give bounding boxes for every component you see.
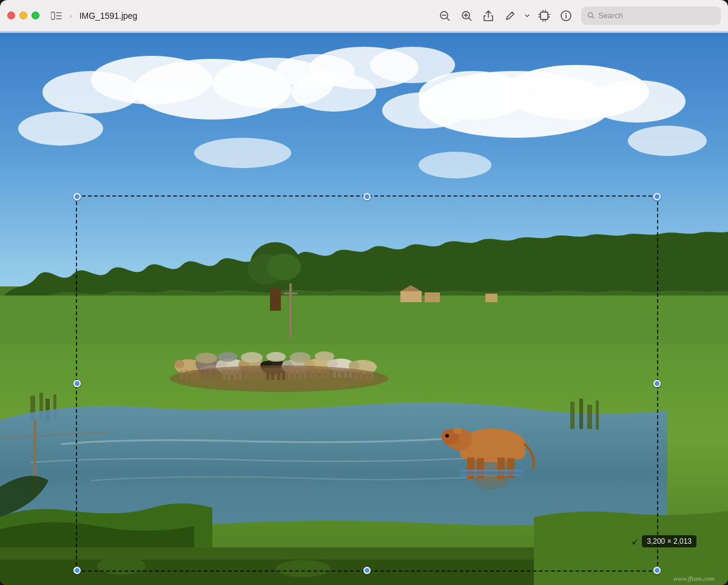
svg-point-56 [175,360,184,368]
svg-point-35 [419,152,491,178]
svg-rect-44 [284,292,297,294]
svg-point-117 [290,352,311,363]
svg-rect-47 [425,292,440,302]
svg-point-120 [182,368,376,390]
svg-line-6 [447,18,450,21]
svg-line-10 [469,18,471,21]
svg-point-23 [382,92,467,129]
svg-rect-48 [485,294,497,302]
maximize-button[interactable] [32,12,39,19]
svg-rect-45 [400,291,422,302]
info-button[interactable] [556,7,576,25]
window-title: IMG_1591.jpeg [79,11,430,21]
svg-point-30 [370,47,455,83]
svg-point-113 [195,353,217,364]
titlebar: › IMG_1591.jpeg [0,0,728,32]
draw-dropdown-button[interactable] [522,7,533,25]
chevron-icon: › [70,12,72,19]
handle-bot-right[interactable] [653,567,661,574]
svg-point-118 [315,351,334,361]
draw-button[interactable] [500,7,521,25]
svg-point-136 [445,434,449,438]
svg-point-34 [194,138,291,168]
svg-rect-141 [596,401,599,430]
svg-point-32 [18,112,103,146]
search-icon [587,12,595,19]
svg-text:www.fftam.com: www.fftam.com [673,575,715,582]
svg-point-146 [276,560,331,577]
minimize-button[interactable] [19,12,27,19]
svg-point-31 [276,54,355,88]
svg-rect-12 [541,12,548,19]
svg-point-15 [565,13,567,14]
svg-point-33 [628,126,707,156]
svg-point-114 [218,352,237,362]
svg-point-42 [267,254,301,280]
svg-point-145 [191,567,234,582]
toolbar [434,7,576,25]
photo-scene: www.fftam.com [0,32,728,585]
traffic-lights [7,12,39,19]
handle-top-right[interactable] [653,193,661,200]
handle-bot-center[interactable] [363,567,371,574]
svg-point-22 [588,80,686,123]
svg-point-112 [349,361,360,370]
svg-line-17 [592,16,594,18]
search-input[interactable] [598,11,715,20]
zoom-out-button[interactable] [434,7,455,25]
handle-top-center[interactable] [363,193,371,200]
svg-rect-38 [0,296,728,344]
svg-point-137 [453,428,462,434]
svg-rect-43 [289,283,292,338]
cursor-icon: ↙ [632,536,639,546]
svg-point-144 [97,556,146,575]
svg-point-116 [266,352,286,362]
dimension-tooltip-area: ↙ 3,200 × 2,013 [632,535,696,547]
svg-rect-139 [579,399,583,429]
zoom-in-button[interactable] [456,7,477,25]
svg-point-147 [371,570,417,585]
svg-rect-135 [460,470,524,476]
app-window: › IMG_1591.jpeg [0,0,728,585]
share-button[interactable] [478,7,499,25]
svg-rect-140 [587,405,592,429]
image-area: www.fftam.com ↙ 3,200 × 2,013 [0,32,728,585]
crop-button[interactable] [534,7,554,25]
sidebar-toggle-button[interactable] [47,7,66,24]
svg-point-27 [42,71,140,113]
svg-rect-0 [51,12,55,19]
handle-top-left[interactable] [73,193,81,200]
svg-rect-138 [570,402,575,429]
svg-point-115 [241,352,263,363]
close-button[interactable] [7,12,15,19]
handle-mid-left[interactable] [73,380,81,387]
dimension-label: 3,200 × 2,013 [642,535,696,547]
handle-mid-right[interactable] [653,380,661,387]
svg-line-11 [512,12,514,14]
search-bar[interactable] [581,7,721,25]
handle-bot-left[interactable] [73,567,81,574]
